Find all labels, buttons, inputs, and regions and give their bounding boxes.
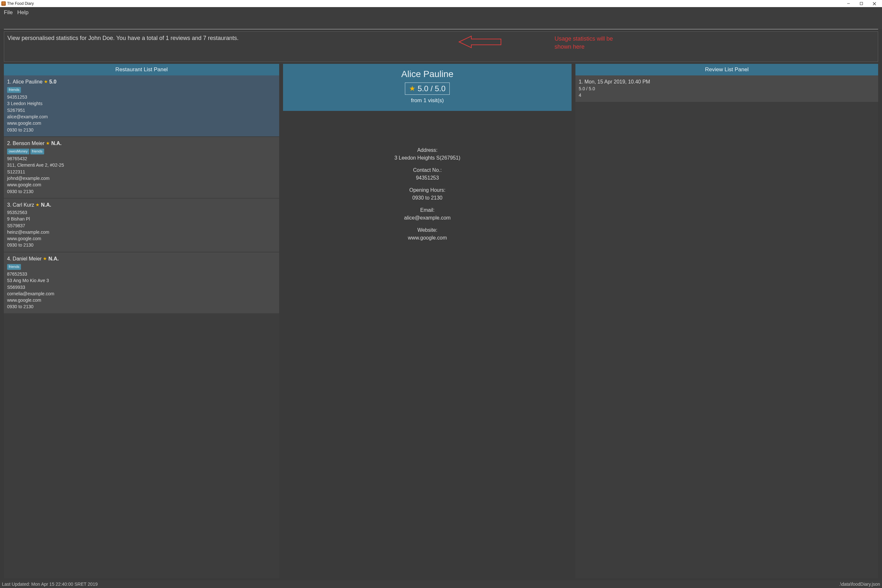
annotation-text: Usage statistics will be shown here [555, 35, 626, 51]
star-icon: ★ [43, 255, 47, 262]
website-label: Website: [283, 226, 572, 234]
detail-panel: Alice Pauline ★ 5.0 / 5.0 from 1 visit(s… [283, 64, 572, 578]
item-website: www.google.com [7, 236, 276, 242]
item-hours: 0930 to 2130 [7, 303, 276, 310]
tag: owesMoney [7, 148, 29, 154]
main-area: Restaurant List Panel 1. Alice Pauline ★… [0, 64, 882, 580]
item-index: 3. [7, 201, 11, 208]
item-phone: 95352563 [7, 209, 276, 216]
email-label: Email: [283, 206, 572, 214]
item-phone: 94351253 [7, 94, 276, 100]
address-value: 3 Leedon Heights S(267951) [283, 154, 572, 162]
review-extra: 4 [579, 92, 875, 98]
tag: friends [7, 264, 21, 270]
tag: friends [7, 87, 21, 93]
window-title: The Food Diary [7, 1, 34, 6]
stats-banner: View personalised statistics for John Do… [4, 31, 878, 62]
detail-body: Address: 3 Leedon Heights S(267951) Cont… [283, 111, 572, 246]
status-right: .\data\foodDiary.json [839, 582, 880, 587]
website-value: www.google.com [283, 234, 572, 242]
star-icon: ★ [46, 140, 50, 146]
item-email: alice@example.com [7, 114, 276, 120]
divider [4, 29, 878, 29]
item-index: 1. [7, 78, 11, 86]
review-list[interactable]: 1. Mon, 15 Apr 2019, 10.40 PM5.0 / 5.04 [575, 75, 878, 578]
item-email: heinz@example.com [7, 229, 276, 236]
detail-rating-box: ★ 5.0 / 5.0 [405, 82, 450, 95]
item-email: cornelia@example.com [7, 291, 276, 297]
item-address: 311, Clementi Ave 2, #02-25 [7, 162, 276, 168]
email-value: alice@example.com [283, 214, 572, 222]
item-postal: S579837 [7, 222, 276, 229]
star-icon: ★ [36, 201, 40, 208]
restaurant-item[interactable]: 3. Carl Kurz ★ N.A.953525639 Bishan PlS5… [4, 199, 279, 252]
item-email: johnd@example.com [7, 175, 276, 182]
item-name: Daniel Meier [13, 255, 42, 262]
item-website: www.google.com [7, 120, 276, 126]
titlebar: The Food Diary [0, 0, 882, 7]
hours-value: 0930 to 2130 [283, 194, 572, 202]
hours-label: Opening Hours: [283, 186, 572, 194]
detail-hero: Alice Pauline ★ 5.0 / 5.0 from 1 visit(s… [283, 64, 572, 111]
review-item[interactable]: 1. Mon, 15 Apr 2019, 10.40 PM5.0 / 5.04 [575, 75, 878, 102]
item-rating: N.A. [51, 140, 62, 147]
item-address: 53 Ang Mo Kio Ave 3 [7, 277, 276, 284]
item-index: 4. [7, 255, 11, 262]
command-strip [0, 18, 882, 29]
item-rating: 5.0 [50, 78, 56, 86]
item-hours: 0930 to 2130 [7, 242, 276, 248]
item-rating: N.A. [41, 201, 51, 208]
star-icon: ★ [44, 78, 48, 85]
item-tags: friends [7, 263, 276, 271]
restaurant-panel-title: Restaurant List Panel [4, 64, 279, 75]
item-index: 2. [7, 140, 11, 147]
tag: friends [30, 148, 44, 154]
item-hours: 0930 to 2130 [7, 188, 276, 195]
item-tags: owesMoneyfriends [7, 148, 276, 155]
detail-rating: 5.0 / 5.0 [417, 84, 446, 93]
restaurant-item-headline: 2. Benson Meier ★ N.A. [7, 140, 276, 147]
menu-file[interactable]: File [4, 9, 13, 16]
item-postal: S267951 [7, 107, 276, 114]
restaurant-item[interactable]: 1. Alice Pauline ★ 5.0friends943512533 L… [4, 75, 279, 136]
maximize-button[interactable] [855, 0, 868, 7]
restaurant-item-headline: 4. Daniel Meier ★ N.A. [7, 255, 276, 262]
restaurant-item[interactable]: 4. Daniel Meier ★ N.A.friends8765253353 … [4, 252, 279, 314]
restaurant-panel: Restaurant List Panel 1. Alice Pauline ★… [4, 64, 279, 578]
item-name: Carl Kurz [13, 201, 34, 208]
stats-text: View personalised statistics for John Do… [8, 35, 238, 41]
item-tags: friends [7, 86, 276, 94]
star-icon: ★ [409, 84, 416, 93]
detail-name: Alice Pauline [286, 69, 568, 79]
contact-label: Contact No.: [283, 166, 572, 174]
item-phone: 87652533 [7, 271, 276, 277]
minimize-button[interactable] [842, 0, 855, 7]
restaurant-list[interactable]: 1. Alice Pauline ★ 5.0friends943512533 L… [4, 75, 279, 578]
review-item-headline: 1. Mon, 15 Apr 2019, 10.40 PM [579, 78, 875, 86]
address-label: Address: [283, 146, 572, 154]
item-name: Benson Meier [13, 140, 45, 147]
menu-help[interactable]: Help [17, 9, 28, 16]
item-rating: N.A. [48, 255, 58, 262]
item-name: Alice Pauline [13, 78, 42, 86]
contact-value: 94351253 [283, 174, 572, 182]
app-icon [1, 1, 6, 6]
statusbar: Last Updated: Mon Apr 15 22:40:00 SRET 2… [0, 580, 882, 588]
item-phone: 98765432 [7, 155, 276, 162]
restaurant-item-headline: 3. Carl Kurz ★ N.A. [7, 201, 276, 208]
review-score: 5.0 / 5.0 [579, 86, 875, 92]
restaurant-item[interactable]: 2. Benson Meier ★ N.A.owesMoneyfriends98… [4, 137, 279, 198]
status-left: Last Updated: Mon Apr 15 22:40:00 SRET 2… [2, 582, 98, 587]
review-panel-title: Review List Panel [575, 64, 878, 75]
item-hours: 0930 to 2130 [7, 127, 276, 133]
item-address: 9 Bishan Pl [7, 216, 276, 222]
restaurant-item-headline: 1. Alice Pauline ★ 5.0 [7, 78, 276, 86]
item-postal: S122311 [7, 169, 276, 175]
detail-visits: from 1 visit(s) [286, 98, 568, 104]
item-address: 3 Leedon Heights [7, 100, 276, 107]
item-website: www.google.com [7, 297, 276, 303]
close-button[interactable] [868, 0, 881, 7]
svg-rect-1 [860, 2, 862, 5]
item-postal: S569933 [7, 284, 276, 291]
menubar: File Help [0, 7, 882, 18]
